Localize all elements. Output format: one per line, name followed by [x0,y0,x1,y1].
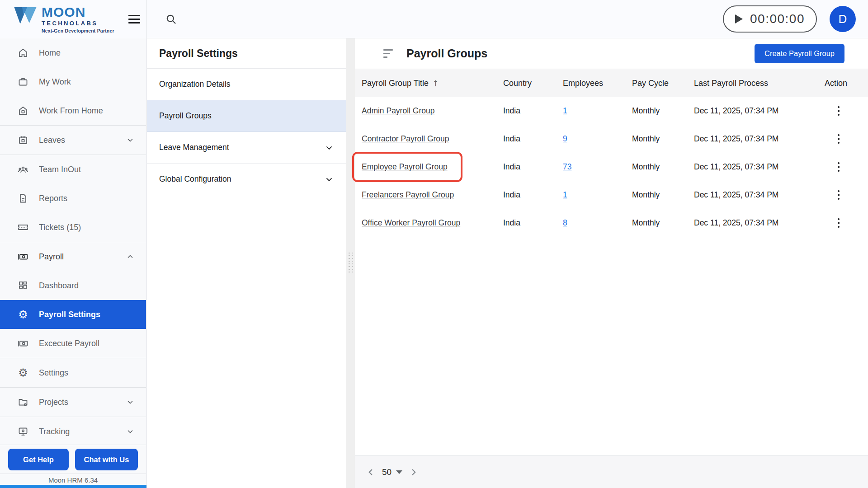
cell-country: India [503,190,563,200]
search-icon[interactable] [165,13,177,25]
dashboard-grid-icon [17,280,29,291]
team-icon [17,164,29,175]
sidebar-item-label: Dashboard [39,281,134,291]
sidebar-item-my-work[interactable]: My Work [0,67,146,96]
sidebar-item-label: Tracking [39,427,126,436]
column-header-pay-cycle[interactable]: Pay Cycle [632,79,694,88]
panel-splitter[interactable] [346,38,355,488]
cell-country: India [503,106,563,116]
kebab-menu-icon[interactable] [831,158,846,176]
sidebar-item-projects[interactable]: Projects [0,388,146,417]
sidebar-nav: Home My Work Work From Home Leaves [0,38,146,445]
sidebar-item-label: Excecute Payroll [39,339,134,348]
chevron-down-icon [126,136,134,144]
column-header-action: Action [817,79,847,88]
column-header-country[interactable]: Country [503,79,563,88]
create-payroll-group-button[interactable]: Create Payroll Group [755,44,844,63]
briefcase-icon [17,76,29,88]
chat-with-us-button[interactable]: Chat with Us [75,449,138,470]
sidebar-item-tracking[interactable]: Tracking [0,417,146,445]
gear-icon: ⚙ [17,309,29,320]
logo-title: MOON [42,5,114,19]
cell-pay-cycle: Monthly [632,134,694,144]
avatar-initial: D [839,12,847,26]
folder-icon [17,396,29,408]
sidebar-item-home[interactable]: Home [0,38,146,67]
sidebar-item-team-inout[interactable]: Team InOut [0,155,146,184]
previous-page-icon[interactable] [366,467,376,477]
drag-handle-icon[interactable] [348,252,354,274]
sidebar-item-excecute-payroll[interactable]: Excecute Payroll [0,329,146,358]
employees-count-link[interactable]: 73 [563,162,571,171]
sort-filter-icon[interactable] [383,49,393,58]
column-header-employees[interactable]: Employees [563,79,632,88]
employees-count-link[interactable]: 8 [563,218,567,227]
payroll-group-link[interactable]: Freelancers Payroll Group [362,190,454,199]
cell-pay-cycle: Monthly [632,162,694,172]
column-header-last-payroll-process[interactable]: Last Payroll Process [694,79,817,88]
pagination-bar: 50 [355,455,868,488]
time-tracker-widget[interactable]: 00:00:00 [723,5,817,33]
dropdown-caret-icon [396,470,402,474]
employees-count-link[interactable]: 1 [563,190,567,199]
cell-pay-cycle: Monthly [632,190,694,200]
payroll-group-link[interactable]: Employee Payroll Group [362,162,448,171]
table-row: Office Worker Payroll Group India 8 Mont… [355,209,868,237]
moon-technolabs-logo[interactable]: MOON TECHNOLABS Next-Gen Development Par… [13,5,128,33]
sidebar-item-tickets[interactable]: Tickets (15) [0,213,146,242]
cell-last-process: Dec 11, 2025, 07:34 PM [694,218,817,228]
sidebar-item-payroll[interactable]: Payroll [0,242,146,271]
banknote-icon [17,251,29,263]
kebab-menu-icon[interactable] [831,186,846,204]
monitor-icon [17,426,29,437]
cell-country: India [503,134,563,144]
sidebar-item-label: Leaves [39,136,126,145]
sidebar-item-payroll-dashboard[interactable]: Dashboard [0,271,146,300]
sidebar-item-label: Settings [39,368,134,378]
play-icon[interactable] [735,14,743,23]
calendar-icon [17,134,29,146]
sidebar-item-work-from-home[interactable]: Work From Home [0,96,146,125]
page-title: Payroll Groups [406,47,487,60]
avatar[interactable]: D [830,6,856,32]
payroll-group-link[interactable]: Office Worker Payroll Group [362,218,460,227]
column-header-title[interactable]: Payroll Group Title ↑ [362,79,503,88]
sidebar-item-label: Team InOut [39,165,134,174]
payroll-group-link[interactable]: Contractor Payroll Group [362,134,449,143]
logo-tagline: Next-Gen Development Partner [42,28,114,33]
kebab-menu-icon[interactable] [831,130,846,148]
page-size-value: 50 [382,467,392,477]
sort-asc-arrow-icon[interactable]: ↑ [432,79,439,88]
payroll-group-link[interactable]: Admin Payroll Group [362,106,434,115]
home-icon [17,47,29,59]
main-header: Payroll Groups Create Payroll Group [355,38,868,69]
settings-item-leave-management[interactable]: Leave Management [147,132,346,164]
home-work-icon [17,105,29,117]
settings-item-label: Global Configuration [159,174,325,184]
sidebar-item-label: My Work [39,77,134,87]
sidebar-item-label: Payroll [39,252,126,262]
settings-item-label: Organization Details [159,80,334,89]
settings-item-global-configuration[interactable]: Global Configuration [147,164,346,195]
next-page-icon[interactable] [409,467,419,477]
chevron-down-icon [126,398,134,406]
settings-item-organization-details[interactable]: Organization Details [147,69,346,100]
sidebar: MOON TECHNOLABS Next-Gen Development Par… [0,0,147,488]
cell-last-process: Dec 11, 2025, 07:34 PM [694,162,817,172]
cell-pay-cycle: Monthly [632,106,694,116]
sidebar-item-reports[interactable]: Reports [0,184,146,213]
cell-country: India [503,162,563,172]
settings-item-payroll-groups[interactable]: Payroll Groups [147,100,346,132]
kebab-menu-icon[interactable] [831,102,846,120]
sidebar-item-payroll-settings[interactable]: ⚙ Payroll Settings [0,300,146,329]
get-help-button[interactable]: Get Help [8,449,69,470]
sidebar-item-settings[interactable]: ⚙ Settings [0,358,146,387]
kebab-menu-icon[interactable] [831,214,846,232]
page-size-dropdown[interactable]: 50 [382,467,402,477]
employees-count-link[interactable]: 1 [563,106,567,115]
settings-item-label: Leave Management [159,143,325,152]
sidebar-item-leaves[interactable]: Leaves [0,126,146,155]
employees-count-link[interactable]: 9 [563,134,567,143]
timer-value: 00:00:00 [750,12,805,26]
hamburger-menu-icon[interactable] [128,15,140,23]
